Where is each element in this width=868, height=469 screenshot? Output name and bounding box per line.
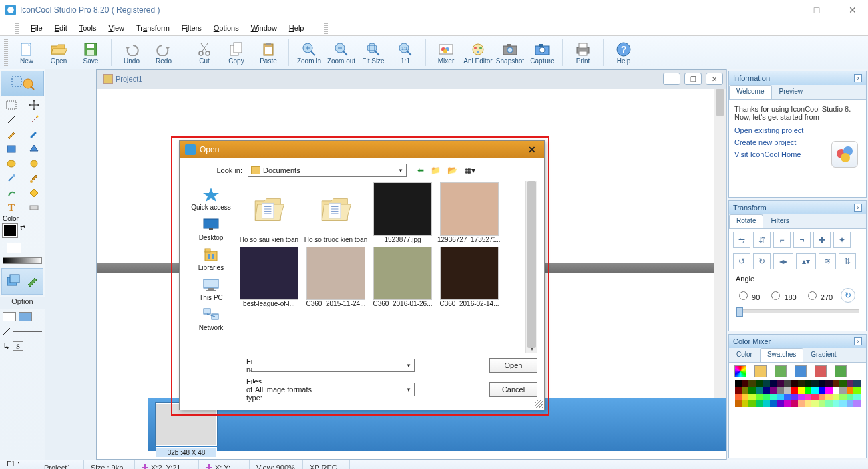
place-libraries[interactable]: Libraries	[188, 245, 234, 273]
place-quick-access[interactable]: Quick access	[188, 185, 234, 212]
file-item[interactable]: 12936727_1735271...	[436, 182, 503, 244]
nudge-left-icon[interactable]: ◂▸	[773, 253, 793, 269]
file-item[interactable]: best-league-of-l...	[236, 247, 302, 308]
swatch-delete-icon[interactable]	[815, 365, 827, 377]
swatch-open-icon[interactable]	[754, 365, 767, 377]
swatch-cell[interactable]	[748, 387, 755, 394]
collapse-icon[interactable]: «	[854, 337, 862, 345]
swatch-cell[interactable]	[847, 380, 853, 387]
swatch-add-icon[interactable]	[795, 365, 807, 377]
swatch-cell[interactable]	[784, 387, 791, 394]
collapse-icon[interactable]: «	[854, 204, 862, 212]
swatch-cell[interactable]	[763, 400, 769, 407]
swatch-cell[interactable]	[791, 400, 797, 407]
mdi-restore-icon[interactable]: ❐	[684, 73, 702, 85]
toolbar-snapshot[interactable]: Snapshot	[494, 37, 526, 69]
swatch-cell[interactable]	[748, 380, 755, 387]
angle-slider[interactable]	[736, 309, 859, 313]
swatch-cell[interactable]	[825, 400, 832, 407]
mirror-right-icon[interactable]: ¬	[793, 232, 811, 248]
files-type-combo[interactable]: All image formats ▼	[252, 383, 415, 396]
tab-welcome[interactable]: Welcome	[729, 85, 772, 99]
swatch-cell[interactable]	[811, 394, 818, 400]
tab-preview[interactable]: Preview	[772, 85, 811, 99]
swatch-cell[interactable]	[853, 380, 860, 387]
reset-icon[interactable]: ✦	[833, 232, 851, 248]
swap-colors-icon[interactable]: ⇄	[20, 224, 25, 231]
swatch-cell[interactable]	[742, 387, 748, 394]
toolbar-redo[interactable]: Redo	[148, 37, 180, 69]
swatch-cell[interactable]	[756, 394, 763, 400]
swatch-cell[interactable]	[763, 380, 769, 387]
nudge-up-icon[interactable]: ▴▾	[796, 253, 816, 269]
swatch-cell[interactable]	[805, 394, 811, 400]
swatch-cell[interactable]	[770, 394, 777, 400]
swatch-cell[interactable]	[819, 394, 825, 400]
swatch-reset-icon[interactable]	[734, 365, 746, 377]
flip-h-icon[interactable]: ⇋	[733, 232, 750, 248]
swatch-cell[interactable]	[805, 400, 811, 407]
fill-style-outline[interactable]	[0, 309, 45, 324]
swap-icon[interactable]: ⇅	[839, 253, 856, 269]
swatch-cell[interactable]	[742, 380, 748, 387]
menu-options[interactable]: Options	[210, 23, 243, 33]
bucket-tool[interactable]	[23, 171, 45, 186]
file-name-combo[interactable]: ▼	[252, 359, 415, 372]
swatch-cell[interactable]	[825, 380, 832, 387]
swatch-cell[interactable]	[735, 400, 742, 407]
toolbar-fitsize[interactable]: Fit Size	[357, 37, 389, 69]
toolbar-zoomin[interactable]: Zoom in	[293, 37, 325, 69]
swatch-cell[interactable]	[735, 380, 742, 387]
swatch-export-icon[interactable]	[835, 365, 847, 377]
rotate-ccw-icon[interactable]: ↺	[733, 253, 750, 269]
mirror-left-icon[interactable]: ⌐	[773, 232, 791, 248]
swatch-cell[interactable]	[811, 387, 818, 394]
place-network[interactable]: Network	[188, 305, 234, 333]
window-minimize-icon[interactable]: —	[771, 5, 791, 15]
menu-tools[interactable]: Tools	[75, 23, 101, 33]
background-color[interactable]	[7, 243, 21, 253]
swatch-cell[interactable]	[839, 394, 846, 400]
resize-grip-icon[interactable]	[535, 400, 543, 408]
file-item[interactable]: Ho so truoc kien toan	[302, 182, 369, 244]
menu-file[interactable]: File	[27, 23, 47, 33]
swatch-cell[interactable]	[791, 394, 797, 400]
tab-filters[interactable]: Filters	[763, 214, 796, 228]
align-icon[interactable]: ≋	[819, 253, 836, 269]
angle-270[interactable]: 270	[805, 289, 833, 301]
toolbar-print[interactable]: Print	[567, 37, 599, 69]
swatch-cell[interactable]	[825, 394, 832, 400]
toolbar-capture[interactable]: Capture	[526, 37, 558, 69]
swatch-cell[interactable]	[777, 380, 783, 387]
center-icon[interactable]: ✚	[813, 232, 831, 248]
wand-tool[interactable]	[23, 112, 45, 127]
window-close-icon[interactable]: ✕	[843, 5, 863, 15]
swatch-cell[interactable]	[791, 380, 797, 387]
file-item[interactable]: C360_2016-02-14...	[436, 247, 503, 308]
gradient-preview[interactable]	[3, 257, 42, 264]
swatch-cell[interactable]	[833, 400, 839, 407]
swatch-cell[interactable]	[839, 387, 846, 394]
flip-v-icon[interactable]: ⇵	[753, 232, 771, 248]
toolbar-save[interactable]: Save	[75, 37, 107, 69]
tab-rotate[interactable]: Rotate	[729, 214, 763, 228]
menu-window[interactable]: Window	[247, 23, 281, 33]
swatch-cell[interactable]	[833, 387, 839, 394]
swatch-cell[interactable]	[784, 394, 791, 400]
swatch-cell[interactable]	[819, 400, 825, 407]
text-tool[interactable]: T	[0, 200, 23, 215]
swatch-cell[interactable]	[798, 387, 805, 394]
swatch-cell[interactable]	[735, 387, 742, 394]
smudge-tool[interactable]	[0, 186, 23, 200]
toolbar-onetoone[interactable]: 1:11:1	[389, 37, 421, 69]
file-item[interactable]: C360_2016-01-26...	[369, 247, 436, 308]
swatch-cell[interactable]	[777, 400, 783, 407]
swatch-cell[interactable]	[833, 394, 839, 400]
swatch-cell[interactable]	[833, 380, 839, 387]
tab-gradient[interactable]: Gradient	[803, 348, 843, 362]
swatch-cell[interactable]	[748, 400, 755, 407]
ellipse-tool[interactable]	[0, 156, 23, 171]
toolbar-copy[interactable]: Copy	[220, 37, 252, 69]
foreground-color[interactable]	[3, 224, 17, 237]
vertical-scrollbar[interactable]	[714, 89, 726, 447]
